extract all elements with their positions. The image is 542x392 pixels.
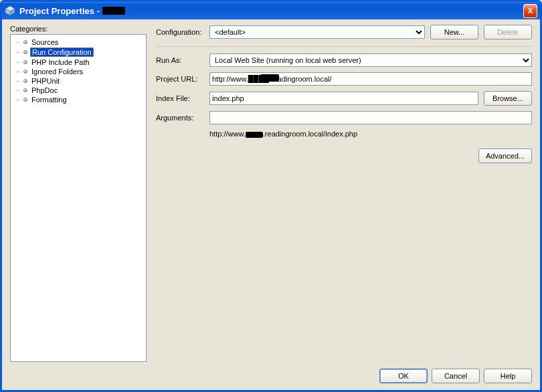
tree-item-label: PhpDoc (30, 86, 59, 94)
redacted-title-part (102, 7, 125, 15)
bullet-icon (23, 70, 27, 74)
tree-branch-icon: ┈ (16, 49, 21, 56)
tree-branch-icon: ┈ (16, 59, 21, 66)
redacted-url-part (246, 132, 263, 138)
close-icon: X (528, 7, 533, 15)
browse-button[interactable]: Browse... (484, 91, 532, 106)
divider (156, 46, 532, 47)
tree-item-sources[interactable]: ┈ Sources (15, 37, 142, 47)
tree-item-run-configuration[interactable]: ┈ Run Configuration (15, 47, 142, 58)
tree-branch-icon: ┈ (16, 39, 21, 46)
cancel-button[interactable]: Cancel (432, 369, 480, 383)
tree-item-label: PHPUnit (30, 77, 61, 85)
tree-item-label: Run Configuration (30, 47, 94, 57)
bullet-icon (23, 40, 27, 44)
project-url-input[interactable] (209, 72, 532, 86)
settings-panel: Configuration: <default> New... Delete R… (156, 25, 532, 362)
close-button[interactable]: X (523, 4, 537, 18)
categories-tree[interactable]: ┈ Sources ┈ Run Configuration ┈ PHP Incl… (10, 34, 147, 362)
bullet-icon (23, 60, 27, 64)
bullet-icon (23, 98, 27, 102)
bullet-icon (23, 50, 27, 54)
tree-item-formatting[interactable]: ┈ Formatting (15, 95, 142, 104)
delete-config-button: Delete (484, 25, 532, 39)
redacted-url-part (260, 74, 279, 82)
tree-item-phpunit[interactable]: ┈ PHPUnit (15, 76, 142, 86)
app-icon (5, 5, 15, 16)
titlebar: Project Properties - X (2, 2, 540, 19)
dialog-content: Categories: ┈ Sources ┈ Run Configuratio… (2, 19, 540, 390)
ok-button[interactable]: OK (379, 369, 428, 383)
arguments-label: Arguments: (156, 114, 204, 122)
configuration-select[interactable]: <default> (209, 25, 425, 39)
tree-branch-icon: ┈ (16, 68, 21, 76)
tree-branch-icon: ┈ (16, 96, 21, 104)
project-url-label: Project URL: (156, 75, 204, 83)
url-preview: http://www..readingroom.local/index.php (209, 130, 532, 138)
bullet-icon (23, 88, 27, 92)
help-button[interactable]: Help (484, 369, 532, 383)
tree-branch-icon: ┈ (16, 87, 21, 94)
tree-item-label: Formatting (30, 96, 68, 104)
window-title: Project Properties - (19, 6, 523, 16)
categories-label: Categories: (10, 25, 147, 33)
tree-item-phpdoc[interactable]: ┈ PhpDoc (15, 86, 142, 95)
dialog-footer: OK Cancel Help (10, 362, 532, 383)
new-config-button[interactable]: New... (430, 25, 478, 39)
tree-branch-icon: ┈ (16, 78, 21, 85)
tree-item-ignored-folders[interactable]: ┈ Ignored Folders (15, 67, 142, 76)
tree-item-label: Sources (30, 38, 60, 46)
arguments-input[interactable] (209, 111, 532, 124)
run-as-select[interactable]: Local Web Site (running on local web ser… (209, 54, 532, 67)
index-file-input[interactable] (209, 92, 478, 105)
tree-item-php-include-path[interactable]: ┈ PHP Include Path (15, 58, 142, 67)
advanced-button[interactable]: Advanced... (478, 149, 532, 163)
tree-item-label: Ignored Folders (30, 68, 84, 76)
index-file-label: Index File: (156, 94, 204, 102)
tree-item-label: PHP Include Path (30, 58, 91, 66)
bullet-icon (23, 79, 27, 83)
run-as-label: Run As: (156, 56, 204, 64)
configuration-label: Configuration: (156, 28, 204, 36)
